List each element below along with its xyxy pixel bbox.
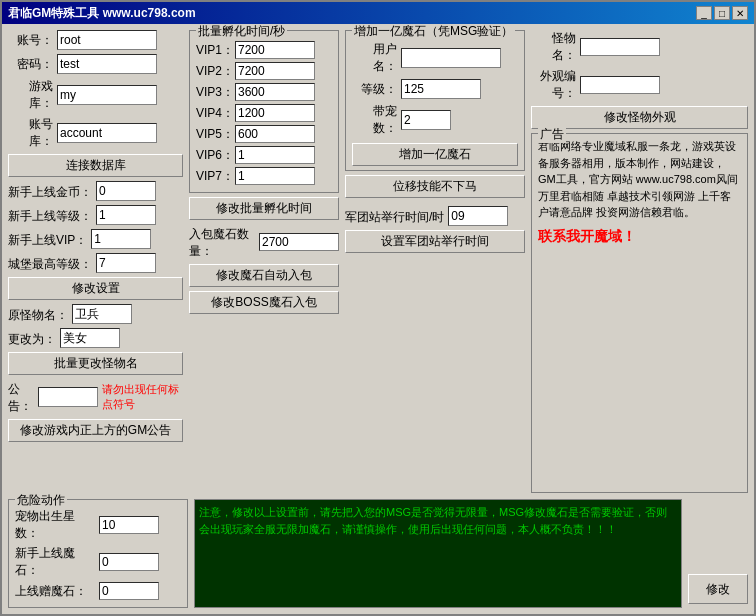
army-time-label: 军团站举行时间/时 <box>345 209 444 226</box>
modify-boss-magic-button[interactable]: 修改BOSS魔石入包 <box>189 291 339 314</box>
danger-group: 危险动作 宠物出生星数： 新手上线魔石： 上线赠魔石： <box>8 499 188 608</box>
bag-magic-label: 入包魔石数量： <box>189 226 255 260</box>
newbie-gold-input[interactable] <box>96 181 156 201</box>
newbie-gold-row: 新手上线金币： <box>8 181 183 201</box>
rm-username-row: 用户名： <box>352 41 518 75</box>
accountdb-row: 账号库： <box>8 116 183 150</box>
appearance-input[interactable] <box>580 76 660 94</box>
newbie-vip-input[interactable] <box>91 229 151 249</box>
pet-stars-input[interactable] <box>99 516 159 534</box>
castle-max-row: 城堡最高等级： <box>8 253 183 273</box>
ad-link[interactable]: 联系我开魔域！ <box>538 227 741 247</box>
rm-pet-input[interactable] <box>401 110 451 130</box>
online-gift-label: 上线赠魔石： <box>15 583 95 600</box>
modify-batch-hatch-button[interactable]: 修改批量孵化时间 <box>189 197 339 220</box>
pet-stars-label: 宠物出生星数： <box>15 508 95 542</box>
vip7-row: VIP7： <box>196 167 332 185</box>
title-bar: 君临GM特殊工具 www.uc798.com _ □ ✕ <box>2 2 754 24</box>
announce-input[interactable] <box>38 387 98 407</box>
account-input[interactable] <box>57 30 157 50</box>
castle-max-label: 城堡最高等级： <box>8 256 92 273</box>
add-magic-title: 增加一亿魔石（凭MSG验证） <box>352 24 515 40</box>
main-window: 君临GM特殊工具 www.uc798.com _ □ ✕ 账号： 密码： 游戏库… <box>0 0 756 616</box>
original-monster-label: 原怪物名： <box>8 307 68 324</box>
accountdb-input[interactable] <box>57 123 157 143</box>
online-gift-input[interactable] <box>99 582 159 600</box>
modify-settings-button[interactable]: 修改设置 <box>8 277 183 300</box>
vip5-label: VIP5： <box>196 126 231 143</box>
rm-level-label: 等级： <box>352 81 397 98</box>
newbie-level-input[interactable] <box>96 205 156 225</box>
vip2-input[interactable] <box>235 62 315 80</box>
vip3-label: VIP3： <box>196 84 231 101</box>
vip3-input[interactable] <box>235 83 315 101</box>
account-row: 账号： <box>8 30 183 50</box>
batch-change-monster-button[interactable]: 批量更改怪物名 <box>8 352 183 375</box>
modify-danger-button[interactable]: 修改 <box>688 574 748 604</box>
change-to-input[interactable] <box>60 328 120 348</box>
original-monster-input[interactable] <box>72 304 132 324</box>
newbie-level-label: 新手上线等级： <box>8 208 92 225</box>
pet-stars-row: 宠物出生星数： <box>15 508 181 542</box>
rm-level-row: 等级： <box>352 79 518 99</box>
vip7-input[interactable] <box>235 167 315 185</box>
announce-row: 公告： 请勿出现任何标点符号 <box>8 379 183 415</box>
newbie-level-row: 新手上线等级： <box>8 205 183 225</box>
password-label: 密码： <box>8 56 53 73</box>
transfer-skill-button[interactable]: 位移技能不下马 <box>345 175 525 198</box>
password-input[interactable] <box>57 54 157 74</box>
vip2-label: VIP2： <box>196 63 231 80</box>
army-time-input[interactable] <box>448 206 508 226</box>
account-label: 账号： <box>8 32 53 49</box>
warning-text: 注意，修改以上设置前，请先把入您的MSG是否觉得无限量，MSG修改魔石是否需要验… <box>199 506 667 535</box>
connect-db-button[interactable]: 连接数据库 <box>8 154 183 177</box>
maximize-button[interactable]: □ <box>714 6 730 20</box>
gamedb-row: 游戏库： <box>8 78 183 112</box>
vip1-input[interactable] <box>235 41 315 59</box>
rm-pet-row: 带宠数： <box>352 103 518 137</box>
right-column: 怪物名： 外观编号： 修改怪物外观 广告 君临网络专业魔域私服一条龙，游戏英设备… <box>531 30 748 493</box>
window-title: 君临GM特殊工具 www.uc798.com <box>8 5 196 22</box>
vip1-label: VIP1： <box>196 42 231 59</box>
set-army-button[interactable]: 设置军团站举行时间 <box>345 230 525 253</box>
vip6-input[interactable] <box>235 146 315 164</box>
monster-name-input[interactable] <box>580 38 660 56</box>
ad-group: 广告 君临网络专业魔域私服一条龙，游戏英设备服务器相用，版本制作，网站建设，GM… <box>531 133 748 493</box>
gamedb-label: 游戏库： <box>8 78 53 112</box>
announce-label: 公告： <box>8 381 34 415</box>
middle-column: 批量孵化时间/秒 VIP1： VIP2： VIP3： VIP4： <box>189 30 339 493</box>
vip7-label: VIP7： <box>196 168 231 185</box>
modify-auto-magic-button[interactable]: 修改魔石自动入包 <box>189 264 339 287</box>
change-to-row: 更改为： <box>8 328 183 348</box>
bag-magic-input[interactable] <box>259 233 339 251</box>
vip2-row: VIP2： <box>196 62 332 80</box>
vip5-input[interactable] <box>235 125 315 143</box>
vip3-row: VIP3： <box>196 83 332 101</box>
newbie-magic-label: 新手上线魔石： <box>15 545 95 579</box>
gamedb-input[interactable] <box>57 85 157 105</box>
change-to-label: 更改为： <box>8 331 56 348</box>
batch-hatch-title: 批量孵化时间/秒 <box>196 24 287 40</box>
add-magic-button[interactable]: 增加一亿魔石 <box>352 143 518 166</box>
online-gift-row: 上线赠魔石： <box>15 582 181 600</box>
modify-announce-button[interactable]: 修改游戏内正上方的GM公告 <box>8 419 183 442</box>
bag-magic-row: 入包魔石数量： <box>189 224 339 260</box>
vip1-row: VIP1： <box>196 41 332 59</box>
rm-level-input[interactable] <box>401 79 481 99</box>
castle-max-input[interactable] <box>96 253 156 273</box>
appearance-label: 外观编号： <box>531 68 576 102</box>
minimize-button[interactable]: _ <box>696 6 712 20</box>
rightmid-column: 增加一亿魔石（凭MSG验证） 用户名： 等级： 带宠数： 增加一亿魔石 位移技能… <box>345 30 525 493</box>
close-button[interactable]: ✕ <box>732 6 748 20</box>
monster-appearance-area: 怪物名： 外观编号： 修改怪物外观 <box>531 30 748 129</box>
newbie-magic-input[interactable] <box>99 553 159 571</box>
add-magic-btn-row: 增加一亿魔石 <box>352 143 518 166</box>
warning-box: 注意，修改以上设置前，请先把入您的MSG是否觉得无限量，MSG修改魔石是否需要验… <box>194 499 682 608</box>
rm-username-input[interactable] <box>401 48 501 68</box>
vip4-input[interactable] <box>235 104 315 122</box>
vip4-row: VIP4： <box>196 104 332 122</box>
rm-username-label: 用户名： <box>352 41 397 75</box>
left-column: 账号： 密码： 游戏库： 账号库： 连接数据库 新手上线金币： 新手上线等级： <box>8 30 183 493</box>
newbie-magic-row: 新手上线魔石： <box>15 545 181 579</box>
newbie-gold-label: 新手上线金币： <box>8 184 92 201</box>
